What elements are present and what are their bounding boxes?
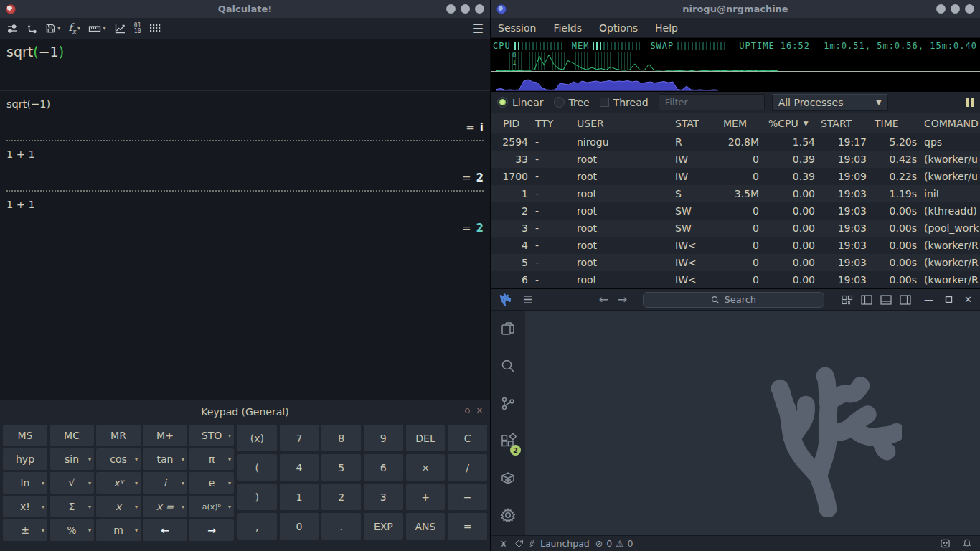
package-icon[interactable] [499,469,517,489]
table-row[interactable]: 3-rootSW00.0019:030.00s(pool_work [491,220,980,237]
problems-item[interactable]: ⊘ 0 ⚠ 0 [595,538,633,549]
key-sto[interactable]: STO▾ [189,425,234,446]
minimize-button[interactable] [446,4,456,14]
thread-checkbox[interactable] [600,98,609,107]
menu-item-session[interactable]: Session [498,22,536,34]
editor-close-icon[interactable]: ✕ [964,294,972,305]
key-sym[interactable]: %▾ [50,519,94,541]
key-sym[interactable]: × [406,454,446,481]
number-bases-icon[interactable]: 01 10 [134,23,141,34]
toggle-left-panel-icon[interactable] [861,295,872,305]
maximize-button[interactable] [461,4,470,14]
key-sym[interactable]: / [448,454,487,481]
key-8[interactable]: 8 [321,425,361,451]
keypad-toggle-icon[interactable] [149,23,161,34]
column-header-command[interactable]: COMMAND [919,118,980,129]
toggle-bottom-panel-icon[interactable] [880,295,892,305]
key-sym[interactable]: , [237,513,277,540]
key-e[interactable]: e▾ [189,472,234,494]
back-icon[interactable]: ← [598,293,608,306]
forward-icon[interactable]: → [618,293,627,306]
key-mr[interactable]: MR [96,425,141,446]
plot-icon[interactable] [114,23,126,34]
customize-layout-icon[interactable] [842,295,853,305]
functions-dropdown-icon[interactable]: ▾ [77,25,81,32]
save-icon[interactable]: ▾ [45,23,61,34]
key-a-x[interactable]: a(x)ᵇ▾ [189,496,234,517]
key-sym[interactable]: = [448,513,487,540]
tree-radio[interactable] [554,97,565,108]
history-item[interactable]: sqrt(−1)=i [6,98,484,134]
key-exp[interactable]: EXP [364,513,403,540]
units-dropdown-icon[interactable]: ▾ [103,25,106,32]
editor-minimize-icon[interactable]: — [924,294,933,305]
key-hyp[interactable]: hyp [3,448,47,470]
functions-icon[interactable]: fx ▾ [69,22,81,35]
column-header-tty[interactable]: TTY [528,118,570,129]
table-row[interactable]: 2594-niroguR20.8M1.5419:175.20sqps [491,133,980,151]
process-scope-select[interactable]: All Processes ▼ [772,94,888,111]
key-x[interactable]: xʸ▾ [96,472,141,494]
history-area[interactable]: sqrt(−1)=i1 + 1=21 + 1=2 [0,91,490,400]
table-row[interactable]: 5-rootIW<00.0019:030.00s(kworker/R [491,254,980,271]
menu-item-help[interactable]: Help [655,22,678,34]
feedback-smiley-icon[interactable] [940,538,951,549]
app-logo-coral-icon[interactable] [499,293,511,306]
qps-minimize-button[interactable] [936,4,946,14]
table-row[interactable]: 1-rootS3.5M0.0019:031.19sinit [491,185,980,202]
history-item[interactable]: 1 + 1=2 [6,199,484,235]
menu-icon[interactable]: ☰ [473,22,484,36]
key-del[interactable]: DEL [406,425,446,451]
column-header-start[interactable]: START [817,118,869,129]
convert-icon[interactable] [26,23,37,34]
key-sym[interactable]: √▾ [50,472,94,494]
key-7[interactable]: 7 [280,425,319,451]
launchpad-item[interactable]: Launchpad [514,538,590,549]
key-m+[interactable]: M+ [143,425,187,446]
table-row[interactable]: 6-rootIW<00.0019:030.00s(kworker/R [491,271,980,288]
qps-maximize-button[interactable] [951,4,960,14]
keypad-close-icon[interactable]: ✕ [476,407,483,415]
key-+[interactable]: + [406,484,446,510]
mode-settings-icon[interactable] [6,23,18,34]
key-3[interactable]: 3 [364,484,403,510]
key-ln[interactable]: ln▾ [3,472,47,494]
key-9[interactable]: 9 [364,425,403,451]
expression-input[interactable]: sqrt(−1) [0,39,490,91]
menu-item-options[interactable]: Options [599,22,638,34]
column-header-mem[interactable]: MEM [720,118,761,129]
toggle-right-panel-icon[interactable] [900,295,911,305]
keypad-detach-icon[interactable] [465,408,470,413]
editor-maximize-icon[interactable] [945,296,953,303]
remote-indicator-icon[interactable] [499,539,509,549]
key-sym[interactable]: π▾ [189,448,234,470]
units-icon[interactable]: ▾ [88,24,106,34]
key-mc[interactable]: MC [50,425,94,446]
search-sidebar-icon[interactable] [499,357,517,377]
key-cos[interactable]: cos▾ [96,448,141,470]
settings-gear-icon[interactable] [499,507,517,527]
column-header-time[interactable]: TIME [869,118,919,129]
key-m[interactable]: m▾ [96,519,141,541]
key-ans[interactable]: ANS [406,513,446,540]
table-row[interactable]: 1700-rootIW00.3919:090.22s(kworker/u [491,168,980,185]
key-sym[interactable]: . [321,513,361,540]
key-ms[interactable]: MS [3,425,47,446]
key-i[interactable]: i▾ [143,472,187,494]
column-header-cpu[interactable]: %CPU▼ [761,118,817,129]
table-row[interactable]: 4-rootIW<00.0019:030.00s(kworker/R [491,237,980,254]
table-row[interactable]: 2-rootSW00.0019:030.00s(kthreadd) [491,202,980,220]
source-control-icon[interactable] [499,395,517,415]
key-2[interactable]: 2 [321,484,361,510]
key-x[interactable]: x!▾ [3,496,47,517]
menu-item-fields[interactable]: Fields [553,22,582,34]
editor-menu-icon[interactable]: ☰ [523,293,532,306]
key-0[interactable]: 0 [280,513,319,540]
qps-close-button[interactable] [965,4,974,14]
key-5[interactable]: 5 [321,454,361,481]
key-sym[interactable]: ) [237,484,277,510]
pause-button[interactable] [966,98,974,107]
key-x[interactable]: x▾ [96,496,141,517]
key-1[interactable]: 1 [280,484,319,510]
filter-input[interactable] [659,94,765,110]
